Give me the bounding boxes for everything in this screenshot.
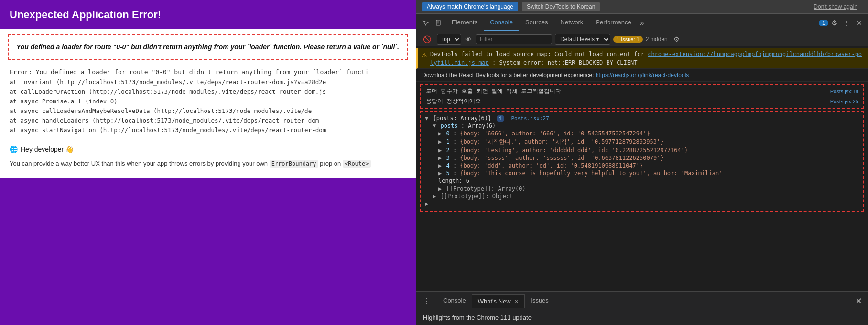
stack-line-5: at async handleLoaders (http://localhost… bbox=[10, 116, 406, 125]
obj-root-label: {posts: Array(6)} bbox=[433, 115, 491, 122]
obj-item-4-expand[interactable]: ▶ bbox=[438, 162, 442, 169]
purple-block bbox=[0, 178, 416, 325]
error-boundary-code: ErrorBoundary bbox=[270, 160, 318, 168]
korean-block: 로더 함수가 호출 되면 밑에 객체 로그찍할겁니다 Posts.jsx:18 … bbox=[420, 84, 864, 109]
devtools-bottom: ⋮ Console What's New ✕ Issues ✕ bbox=[416, 291, 868, 310]
stack-line-6: at async startNavigation (http://localho… bbox=[10, 125, 406, 135]
obj-item-0-colon: : bbox=[453, 130, 460, 137]
obj-proto2-expand[interactable]: ▶ bbox=[433, 193, 436, 200]
obj-item-5[interactable]: ▶ 5 : {body: 'This course is hopefully v… bbox=[425, 169, 859, 177]
react-devtools-msg-row: Download the React DevTools for a better… bbox=[416, 69, 868, 82]
obj-item-5-val: {body: 'This course is hopefully very he… bbox=[460, 170, 722, 177]
close-bottom-panel-button[interactable]: ✕ bbox=[852, 295, 865, 307]
obj-proto1-line[interactable]: ▶ [[Prototype]]: Array(0) bbox=[425, 185, 859, 192]
obj-posts-expand[interactable]: ▼ bbox=[433, 123, 436, 129]
korean-msg-1: 로더 함수가 호출 되면 밑에 객체 로그찍할겁니다 bbox=[426, 87, 561, 95]
device-toolbar-button[interactable] bbox=[433, 18, 445, 28]
obj-item-4[interactable]: ▶ 4 : {body: 'ddd', author: 'dd', id: '0… bbox=[425, 162, 859, 169]
obj-item-1-expand[interactable]: ▶ bbox=[438, 138, 442, 145]
hey-dev-text: Hey developer 👋 bbox=[21, 146, 74, 153]
issue-count: 1 bbox=[637, 36, 640, 42]
console-settings-button[interactable]: ⚙ bbox=[671, 34, 683, 45]
obj-posts-colon: : bbox=[461, 123, 468, 129]
obj-proto2-line[interactable]: ▶ [[Prototype]]: Object bbox=[425, 192, 859, 200]
obj-item-3-expand[interactable]: ▶ bbox=[438, 155, 442, 161]
eye-icon[interactable]: 👁 bbox=[464, 34, 473, 44]
hidden-count: 2 hidden bbox=[646, 36, 668, 43]
obj-arrow-line[interactable]: ▶ bbox=[425, 200, 859, 208]
app-panel: Unexpected Application Error! You define… bbox=[0, 0, 416, 325]
obj-item-5-colon: : bbox=[453, 170, 460, 177]
devtools-toolbar: Elements Console Sources Network Perform… bbox=[416, 14, 868, 32]
tab-performance[interactable]: Performance bbox=[590, 15, 637, 31]
obj-item-1[interactable]: ▶ 1 : {body: '시작한다.', author: '시작', id: … bbox=[425, 137, 859, 146]
devtools-panel: Always match Chrome's language Switch De… bbox=[416, 0, 868, 325]
clear-console-button[interactable]: 🚫 bbox=[420, 34, 434, 45]
context-selector[interactable]: top bbox=[437, 34, 461, 45]
warning-msg-1: DevTools failed to load source map: Coul… bbox=[430, 51, 644, 57]
react-devtools-link[interactable]: https://reactjs.or g/link/react-devtools bbox=[596, 72, 689, 78]
obj-item-0-expand[interactable]: ▶ bbox=[438, 130, 442, 137]
ux-msg-1: You can provide a way better UX than thi… bbox=[10, 160, 268, 167]
notif-bar: Always match Chrome's language Switch De… bbox=[416, 0, 868, 14]
korean-file-ref-2[interactable]: Posts.jsx:25 bbox=[826, 99, 858, 104]
bottom-tab-whats-new[interactable]: What's New ✕ bbox=[472, 294, 525, 308]
highlights-text: Highlights from the Chrome 111 update bbox=[423, 314, 532, 321]
tab-sources[interactable]: Sources bbox=[520, 15, 554, 31]
stack-line-3: at async Promise.all (index 0) bbox=[10, 97, 406, 106]
obj-item-5-expand[interactable]: ▶ bbox=[438, 170, 442, 177]
obj-root-line[interactable]: ▼ {posts: Array(6)} i Posts.jsx:27 bbox=[425, 114, 859, 122]
obj-info-badge[interactable]: i bbox=[497, 115, 504, 122]
bottom-tab-issues[interactable]: Issues bbox=[525, 294, 554, 308]
settings-button[interactable]: ⚙ bbox=[829, 17, 839, 29]
whats-new-label: What's New bbox=[478, 298, 511, 305]
more-options-button[interactable]: ⋮ bbox=[840, 17, 853, 29]
obj-length-line: length: 6 bbox=[425, 177, 859, 185]
warning-icon: ⚠ bbox=[422, 51, 427, 60]
korean-row-1: 로더 함수가 호출 되면 밑에 객체 로그찍할겁니다 Posts.jsx:18 bbox=[424, 86, 860, 96]
switch-korean-button[interactable]: Switch DevTools to Korean bbox=[522, 2, 600, 11]
korean-file-ref-1[interactable]: Posts.jsx:18 bbox=[826, 89, 858, 94]
obj-item-3[interactable]: ▶ 3 : {body: 'sssss', author: 'ssssss', … bbox=[425, 154, 859, 162]
error-title: Unexpected Application Error! bbox=[10, 9, 161, 21]
tab-network[interactable]: Network bbox=[555, 15, 589, 31]
obj-arrow-expand[interactable]: ▶ bbox=[425, 201, 428, 207]
obj-item-2-expand[interactable]: ▶ bbox=[438, 147, 442, 154]
obj-item-2-colon: : bbox=[453, 147, 460, 154]
highlights-row: Highlights from the Chrome 111 update bbox=[416, 310, 868, 325]
ux-message: You can provide a way better UX than thi… bbox=[0, 157, 416, 173]
console-output[interactable]: ⚠ DevTools failed to load source map: Co… bbox=[416, 46, 868, 291]
object-file-ref[interactable]: Posts.jsx:27 bbox=[507, 115, 549, 122]
more-tabs-button[interactable]: » bbox=[638, 19, 646, 27]
obj-item-1-val: {body: '시작한다.', author: '시작', id: '0.597… bbox=[460, 138, 663, 145]
bottom-menu-icon[interactable]: ⋮ bbox=[419, 294, 434, 307]
filter-input[interactable] bbox=[476, 34, 552, 44]
obj-item-2[interactable]: ▶ 2 : {body: 'testing', author: 'dddddd … bbox=[425, 146, 859, 154]
inspect-element-button[interactable] bbox=[419, 18, 432, 28]
obj-proto1-expand[interactable]: ▶ bbox=[438, 185, 442, 192]
tab-console[interactable]: Console bbox=[484, 15, 519, 31]
match-language-button[interactable]: Always match Chrome's language bbox=[422, 2, 518, 11]
korean-row-2: 응답이 정상적이에요 Posts.jsx:25 bbox=[424, 96, 860, 106]
obj-proto1-text: [[Prototype]]: Array(0) bbox=[446, 185, 525, 192]
obj-posts-line[interactable]: ▼ posts : Array(6) bbox=[425, 122, 859, 130]
tab-elements[interactable]: Elements bbox=[446, 15, 483, 31]
obj-posts-key: posts bbox=[440, 123, 457, 129]
obj-item-2-key: 2 bbox=[446, 147, 449, 154]
obj-item-0[interactable]: ▶ 0 : {body: '6666', author: '666', id: … bbox=[425, 130, 859, 137]
bottom-tab-console[interactable]: Console bbox=[437, 294, 472, 308]
stack-line-2: at callLoaderOrAction (http://localhost:… bbox=[10, 87, 406, 97]
obj-root-expand[interactable]: ▼ bbox=[425, 115, 428, 122]
error-main-text: You defined a loader for route "0-0" but… bbox=[16, 43, 399, 51]
warning-msg-2: : System error: net::ERR_BLOCKED_BY_CLIE… bbox=[492, 59, 637, 66]
default-levels-select[interactable]: Default levels ▾ bbox=[555, 34, 610, 45]
error-box-dashed: You defined a loader for route "0-0" but… bbox=[8, 34, 408, 60]
whats-new-close[interactable]: ✕ bbox=[514, 299, 519, 304]
obj-item-3-key: 3 bbox=[446, 155, 449, 161]
dont-show-again-button[interactable]: Don't show again bbox=[809, 2, 862, 11]
notif-bar-left: Always match Chrome's language Switch De… bbox=[422, 2, 600, 11]
obj-item-4-colon: : bbox=[453, 162, 460, 169]
stack-line-4: at async callLoadersAndMaybeResolveData … bbox=[10, 106, 406, 116]
warning-text: DevTools failed to load source map: Coul… bbox=[430, 50, 864, 67]
close-devtools-button[interactable]: ✕ bbox=[854, 17, 865, 29]
